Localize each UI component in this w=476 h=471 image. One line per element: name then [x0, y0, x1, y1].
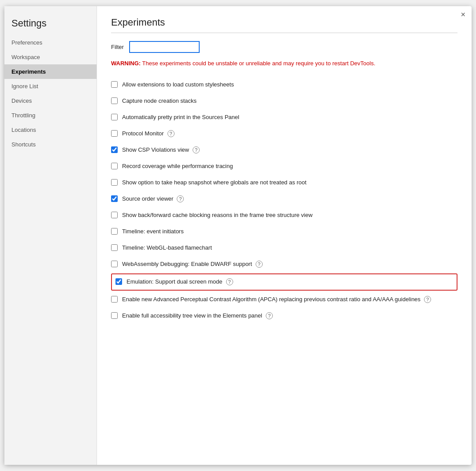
experiment-item: Show back/forward cache blocking reasons… [111, 207, 457, 224]
experiment-checkbox[interactable] [111, 97, 118, 104]
label-row: Timeline: event initiators [122, 228, 184, 236]
experiment-checkbox[interactable] [111, 146, 118, 153]
warning-body: These experiments could be unstable or u… [142, 60, 376, 67]
warning-text: WARNING: These experiments could be unst… [111, 59, 457, 68]
checkbox-wrap [115, 278, 122, 286]
help-icon[interactable]: ? [226, 278, 233, 285]
label-row: Allow extensions to load custom styleshe… [122, 81, 234, 89]
experiment-checkbox[interactable] [111, 228, 118, 235]
settings-dialog: × Settings PreferencesWorkspaceExperimen… [4, 6, 472, 465]
experiment-label: Show option to take heap snapshot where … [122, 179, 306, 187]
experiment-label: Timeline: WebGL-based flamechart [122, 244, 212, 252]
experiment-item: Show CSP Violations view? [111, 142, 457, 158]
experiment-item: Emulation: Support dual screen mode? [111, 273, 457, 291]
experiment-item: Source order viewer? [111, 191, 457, 207]
experiment-label: Capture node creation stacks [122, 97, 197, 105]
help-icon[interactable]: ? [266, 312, 273, 319]
filter-input[interactable] [129, 41, 200, 53]
checkbox-wrap [111, 163, 118, 171]
experiment-label: Automatically pretty print in the Source… [122, 113, 239, 121]
close-button[interactable]: × [461, 11, 465, 19]
label-row: Automatically pretty print in the Source… [122, 113, 239, 121]
experiment-checkbox[interactable] [111, 163, 118, 169]
experiment-checkbox[interactable] [111, 312, 118, 319]
sidebar: Settings PreferencesWorkspaceExperiments… [4, 6, 97, 465]
divider [111, 33, 457, 33]
help-icon[interactable]: ? [193, 146, 200, 153]
sidebar-item-locations[interactable]: Locations [4, 123, 97, 137]
experiment-checkbox[interactable] [115, 278, 122, 285]
label-row: Protocol Monitor? [122, 130, 175, 138]
label-row: Show back/forward cache blocking reasons… [122, 211, 312, 219]
experiment-item: Enable new Advanced Perceptual Contrast … [111, 292, 457, 308]
experiment-list: Allow extensions to load custom styleshe… [111, 77, 457, 324]
experiment-checkbox[interactable] [111, 114, 118, 120]
label-row: Record coverage while performance tracin… [122, 162, 233, 170]
experiment-label: Show CSP Violations view [122, 146, 189, 154]
experiment-item: Automatically pretty print in the Source… [111, 109, 457, 126]
sidebar-item-throttling[interactable]: Throttling [4, 108, 97, 123]
checkbox-wrap [111, 81, 118, 89]
filter-label: Filter [111, 44, 124, 50]
label-row: Enable full accessibility tree view in t… [122, 312, 273, 320]
experiment-checkbox[interactable] [111, 81, 118, 88]
checkbox-wrap [111, 212, 118, 220]
label-row: Show CSP Violations view? [122, 146, 200, 154]
experiment-item: Timeline: WebGL-based flamechart [111, 240, 457, 256]
checkbox-wrap [111, 312, 118, 320]
checkbox-wrap [111, 97, 118, 105]
experiment-label: Protocol Monitor [122, 130, 164, 138]
experiment-item: Enable full accessibility tree view in t… [111, 308, 457, 324]
experiment-item: WebAssembly Debugging: Enable DWARF supp… [111, 256, 457, 273]
checkbox-wrap [111, 146, 118, 154]
filter-row: Filter [111, 41, 457, 53]
label-row: Timeline: WebGL-based flamechart [122, 244, 212, 252]
sidebar-item-preferences[interactable]: Preferences [4, 35, 97, 50]
experiment-checkbox[interactable] [111, 195, 118, 202]
checkbox-wrap [111, 179, 118, 187]
sidebar-item-devices[interactable]: Devices [4, 93, 97, 108]
experiment-checkbox[interactable] [111, 296, 118, 303]
help-icon[interactable]: ? [167, 130, 175, 137]
sidebar-title: Settings [4, 11, 97, 35]
page-title: Experiments [111, 17, 457, 28]
experiment-label: Source order viewer [122, 195, 173, 203]
experiment-checkbox[interactable] [111, 244, 118, 251]
experiment-checkbox[interactable] [111, 130, 118, 137]
sidebar-item-shortcuts[interactable]: Shortcuts [4, 137, 97, 152]
sidebar-item-experiments[interactable]: Experiments [4, 64, 97, 79]
label-row: Show option to take heap snapshot where … [122, 179, 306, 187]
experiment-item: Allow extensions to load custom styleshe… [111, 77, 457, 93]
experiment-checkbox[interactable] [111, 212, 118, 218]
experiment-label: Show back/forward cache blocking reasons… [122, 211, 312, 219]
experiment-item: Timeline: event initiators [111, 224, 457, 240]
experiment-checkbox[interactable] [111, 179, 118, 186]
checkbox-wrap [111, 228, 118, 236]
help-icon[interactable]: ? [256, 261, 263, 268]
experiment-item: Capture node creation stacks [111, 93, 457, 109]
checkbox-wrap [111, 296, 118, 304]
help-icon[interactable]: ? [177, 195, 184, 202]
label-row: Source order viewer? [122, 195, 184, 203]
experiment-item: Show option to take heap snapshot where … [111, 175, 457, 191]
experiment-item: Record coverage while performance tracin… [111, 158, 457, 175]
sidebar-item-workspace[interactable]: Workspace [4, 50, 97, 64]
warning-label: WARNING: [111, 60, 141, 67]
experiment-label: Record coverage while performance tracin… [122, 162, 233, 170]
experiment-label: Enable new Advanced Perceptual Contrast … [122, 295, 420, 303]
help-icon[interactable]: ? [424, 296, 431, 303]
experiment-label: WebAssembly Debugging: Enable DWARF supp… [122, 260, 252, 268]
main-content: Experiments Filter WARNING: These experi… [97, 6, 472, 465]
label-row: Emulation: Support dual screen mode? [126, 278, 233, 286]
dialog-body: Settings PreferencesWorkspaceExperiments… [4, 6, 472, 465]
checkbox-wrap [111, 130, 118, 138]
experiment-label: Timeline: event initiators [122, 228, 184, 236]
experiment-label: Enable full accessibility tree view in t… [122, 312, 262, 320]
experiment-checkbox[interactable] [111, 261, 118, 267]
sidebar-item-ignore-list[interactable]: Ignore List [4, 79, 97, 93]
checkbox-wrap [111, 244, 118, 252]
experiment-label: Emulation: Support dual screen mode [126, 278, 223, 286]
experiment-label: Allow extensions to load custom styleshe… [122, 81, 234, 89]
checkbox-wrap [111, 114, 118, 122]
label-row: Enable new Advanced Perceptual Contrast … [122, 295, 431, 303]
